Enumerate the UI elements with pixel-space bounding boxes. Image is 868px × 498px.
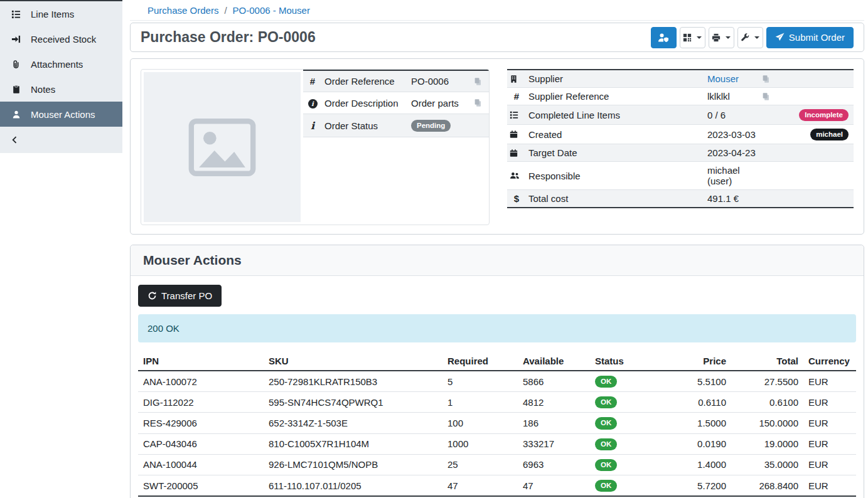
panel-title: Mouser Actions [143,253,851,268]
detail-value: 2023-04-23 [705,144,759,162]
detail-label: Total cost [526,190,705,208]
cell-available: 186 [518,413,590,433]
cell-ipn: RES-429006 [138,413,264,433]
paper-plane-icon [775,33,785,42]
created-by-badge: michael [810,129,849,140]
print-actions-button[interactable] [709,27,734,48]
detail-value: 491.1 € [705,190,759,208]
copy-icon[interactable] [474,77,484,86]
col-header-total: Total [731,352,803,371]
mouser-actions-panel: Mouser Actions Transfer PO 200 OK IP [130,245,864,498]
breadcrumb-link-current-order[interactable]: PO-0006 - Mouser [233,5,310,16]
cell-sku: 652-3314Z-1-503E [264,413,442,433]
col-header-status: Status [590,352,678,371]
sidebar-item-label: Attachments [31,59,83,70]
detail-value: 2023-03-03 [705,125,759,144]
cell-required: 1 [442,392,518,413]
page-header: Purchase Order: PO-0006 [130,23,864,52]
barcode-icon [683,33,692,42]
cell-price: 1.4000 [678,454,731,475]
status-ok-badge: OK [595,459,617,471]
breadcrumb-separator: / [224,5,227,16]
table-header-row: IPN SKU Required Available Status Price … [138,352,856,371]
cell-total: 19.0000 [731,433,803,454]
cell-ipn: DIG-112022 [138,392,264,413]
cell-ipn: ANA-100072 [138,371,264,392]
detail-label: Order Status [322,114,409,137]
panel-body: Transfer PO 200 OK IPN SKU Required Avai… [131,276,864,498]
table-row: SWT-200005 611-110.107.011/0205 47 47 OK… [138,475,856,497]
cell-sku: 926-LMC7101QM5/NOPB [264,454,442,475]
detail-row-supplier: Supplier Mouser [507,70,854,88]
order-summary-table: # Order Reference PO-0006 i Order Descri… [303,70,489,137]
cell-required: 5 [442,371,518,392]
submit-order-label: Submit Order [789,33,845,42]
cell-total: 268.8400 [731,475,803,497]
col-header-required: Required [442,352,518,371]
table-row: ANA-100044 926-LMC7101QM5/NOPB 25 6963 O… [138,454,856,475]
sign-in-icon [11,34,21,44]
detail-value: michael (user) [705,162,759,190]
dollar-icon: $ [514,193,519,204]
table-row: RES-429006 652-3314Z-1-503E 100 186 OK 1… [138,413,856,433]
transfer-po-label: Transfer PO [161,291,212,300]
chevron-left-icon [11,135,19,144]
user-roles-button[interactable] [651,27,677,48]
info-circle-icon: i [308,99,318,109]
copy-icon[interactable] [474,98,484,107]
table-row: CAP-043046 810-C1005X7R1H104M 1000 33321… [138,433,856,454]
sidebar-item-notes[interactable]: Notes [0,77,122,102]
sidebar-item-label: Mouser Actions [31,109,95,120]
detail-label: Order Reference [322,70,409,92]
sidebar-item-mouser-actions[interactable]: Mouser Actions [0,102,122,127]
sidebar: Line Items Received Stock Attachments No… [0,0,122,498]
table-row: DIG-112022 595-SN74HCS74QPWRQ1 1 4812 OK… [138,392,856,413]
sidebar-item-attachments[interactable]: Attachments [0,51,122,77]
status-alert-text: 200 OK [147,323,179,334]
cell-available: 4812 [518,392,590,413]
order-image-placeholder[interactable] [144,72,301,222]
transfer-po-button[interactable]: Transfer PO [138,285,222,307]
cell-sku: 810-C1005X7R1H104M [264,433,442,454]
col-header-currency: Currency [803,352,856,371]
cell-status: OK [590,433,678,454]
paperclip-icon [11,60,21,69]
supplier-link[interactable]: Mouser [707,73,739,84]
list-icon [11,9,21,19]
cell-required: 100 [442,413,518,433]
sidebar-item-line-items[interactable]: Line Items [0,1,122,26]
panel-header: Mouser Actions [131,245,864,276]
refresh-icon [147,291,157,300]
page-title: Purchase Order: PO-0006 [141,29,316,46]
breadcrumb-link-purchase-orders[interactable]: Purchase Orders [147,5,218,16]
printer-icon [712,33,721,42]
barcode-actions-button[interactable] [680,27,705,48]
cell-total: 150.0000 [731,413,803,433]
sidebar-item-label: Notes [31,84,55,95]
info-icon: i [311,120,314,132]
cell-price: 0.6110 [678,392,731,413]
cell-currency: EUR [803,392,856,413]
cell-price: 0.0190 [678,433,731,454]
cell-sku: 595-SN74HCS74QPWRQ1 [264,392,442,413]
order-actions-button[interactable] [737,27,763,48]
sidebar-item-received-stock[interactable]: Received Stock [0,26,122,51]
submit-order-button[interactable]: Submit Order [766,27,854,48]
calendar-icon [510,130,523,139]
col-header-available: Available [518,352,590,371]
status-alert: 200 OK [138,314,856,342]
sidebar-collapse-button[interactable] [0,127,122,153]
tools-icon [741,33,749,42]
cell-required: 47 [442,475,518,497]
order-info-box: Supplier Mouser # Supplier Reference lkl… [507,69,854,224]
copy-icon[interactable] [762,75,849,83]
order-details-panel: # Order Reference PO-0006 i Order Descri… [130,58,864,235]
order-summary-box: # Order Reference PO-0006 i Order Descri… [141,69,490,225]
detail-label: Created [526,125,705,144]
chevron-down-icon [754,36,759,39]
detail-row-supplier-reference: # Supplier Reference lklklkl [507,88,854,105]
col-header-sku: SKU [264,352,442,371]
detail-row-order-reference: # Order Reference PO-0006 [303,70,489,92]
copy-icon[interactable] [762,92,849,101]
status-ok-badge: OK [595,396,617,408]
